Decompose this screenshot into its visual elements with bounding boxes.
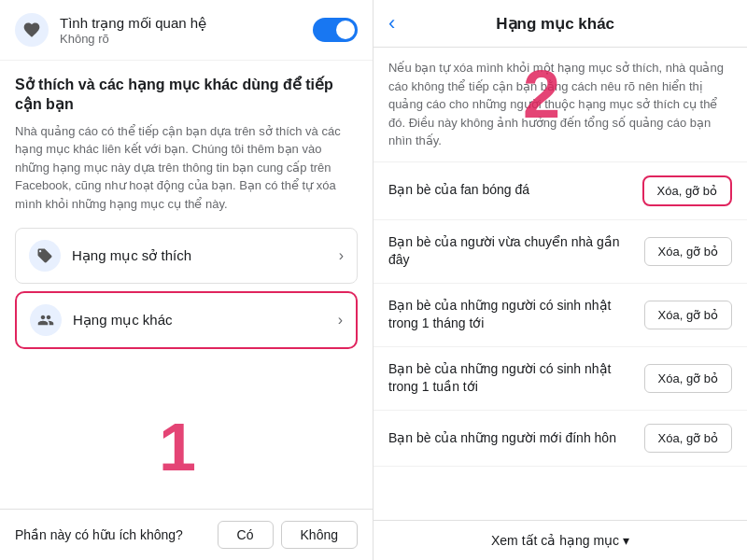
- list-item: Bạn bè của người vừa chuyển nhà gần đây …: [374, 220, 747, 284]
- category-item-khac[interactable]: Hạng mục khác ›: [15, 291, 358, 349]
- category-label-khac: Hạng mục khác: [73, 312, 338, 329]
- right-title: Hạng mục khác: [406, 14, 704, 34]
- remove-button-3[interactable]: Xóa, gỡ bỏ: [644, 364, 732, 393]
- relationship-row[interactable]: Tình trạng mối quan hệ Không rõ: [0, 0, 373, 61]
- remove-button-0[interactable]: Xóa, gỡ bỏ: [642, 175, 732, 206]
- relationship-icon: [15, 13, 49, 47]
- list-item: Bạn bè của những người có sinh nhật tron…: [374, 347, 747, 411]
- relationship-subtitle: Không rõ: [60, 32, 313, 46]
- remove-button-4[interactable]: Xóa, gỡ bỏ: [644, 424, 732, 453]
- chevron-right-icon-so-thich: ›: [339, 247, 344, 264]
- back-button[interactable]: ‹: [388, 11, 395, 35]
- item-text-4: Bạn bè của những người mới đính hôn: [388, 429, 644, 448]
- feedback-yes-button[interactable]: Có: [218, 521, 274, 549]
- list-item: Bạn bè của những người mới đính hôn Xóa,…: [374, 411, 747, 467]
- category-item-so-thich[interactable]: Hạng mục sở thích ›: [15, 228, 358, 284]
- view-all-button[interactable]: Xem tất cả hạng mục ▾: [491, 533, 629, 548]
- item-text-3: Bạn bè của những người có sinh nhật tron…: [388, 360, 644, 397]
- list-item: Bạn bè của fan bóng đá Xóa, gỡ bỏ: [374, 162, 747, 220]
- right-footer: Xem tất cả hạng mục ▾: [374, 520, 747, 560]
- remove-button-1[interactable]: Xóa, gỡ bỏ: [644, 237, 732, 266]
- remove-button-2[interactable]: Xóa, gỡ bỏ: [644, 301, 732, 329]
- right-description: Nếu bạn tự xóa mình khỏi một hạng mục sở…: [374, 48, 747, 162]
- feedback-no-button[interactable]: Không: [281, 521, 358, 549]
- feedback-bar: Phần này có hữu ích không? Có Không: [0, 509, 373, 560]
- right-body: Bạn bè của fan bóng đá Xóa, gỡ bỏ Bạn bè…: [374, 162, 747, 521]
- left-panel: Tình trạng mối quan hệ Không rõ Sở thích…: [0, 0, 374, 560]
- left-heading: Sở thích và các hạng mục khác dùng để ti…: [15, 76, 358, 115]
- item-text-1: Bạn bè của người vừa chuyển nhà gần đây: [388, 233, 644, 270]
- relationship-text: Tình trạng mối quan hệ Không rõ: [60, 15, 313, 46]
- chevron-right-icon-khac: ›: [338, 312, 343, 329]
- item-text-0: Bạn bè của fan bóng đá: [388, 181, 642, 200]
- category-label-so-thich: Hạng mục sở thích: [72, 247, 339, 264]
- item-text-2: Bạn bè của những người có sinh nhật tron…: [388, 297, 644, 333]
- people-icon: [30, 304, 62, 336]
- toggle-switch[interactable]: [313, 18, 358, 42]
- tag-icon: [29, 240, 61, 272]
- right-panel: ‹ Hạng mục khác Nếu bạn tự xóa mình khỏi…: [374, 0, 747, 560]
- left-body: Sở thích và các hạng mục khác dùng để ti…: [0, 61, 373, 509]
- relationship-title: Tình trạng mối quan hệ: [60, 15, 313, 32]
- right-header: ‹ Hạng mục khác: [374, 0, 747, 48]
- left-description: Nhà quảng cáo có thể tiếp cận bạn dựa tr…: [15, 122, 358, 214]
- list-item: Bạn bè của những người có sinh nhật tron…: [374, 284, 747, 347]
- feedback-question: Phần này có hữu ích không?: [15, 527, 210, 542]
